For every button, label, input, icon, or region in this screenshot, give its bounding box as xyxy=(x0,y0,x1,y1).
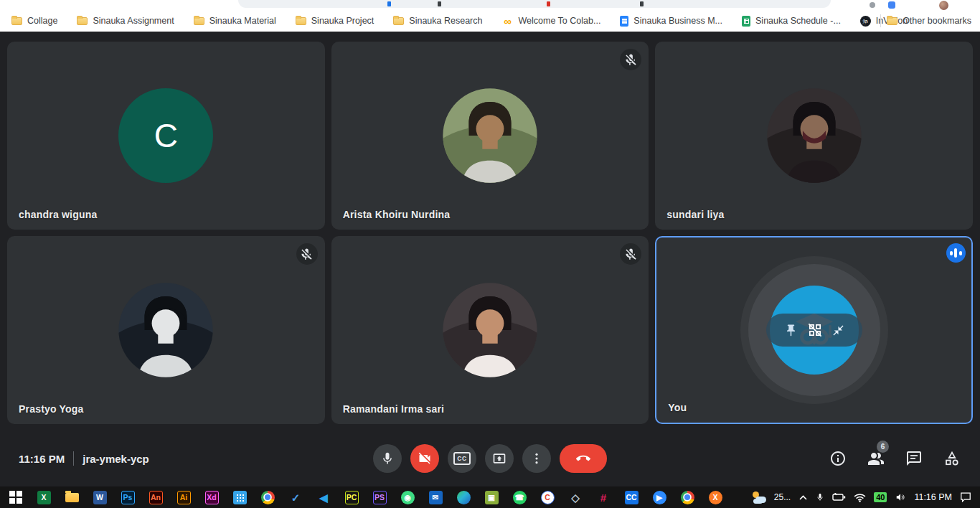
bookmark-label: Sinauka Project xyxy=(311,16,374,26)
bookmark-label: Sinauka Research xyxy=(409,16,482,26)
participant-tile-ramandani-irma-sari[interactable]: Ramandani Irma sari xyxy=(331,236,649,424)
extension-icon[interactable] xyxy=(870,2,875,8)
unpin-from-grid-button[interactable] xyxy=(807,322,823,338)
taskbar-ms-todo[interactable]: ✓ xyxy=(287,489,304,506)
taskbar-pycharm[interactable]: PC xyxy=(343,489,360,506)
bookmark-label: Sinauka Assignment xyxy=(93,16,174,26)
participant-tile-you[interactable]: You xyxy=(655,236,973,424)
bookmark-label: Sinauka Business M... xyxy=(633,16,722,26)
windows-taskbar: XWPsAnAiXd✓◀PCPS◉✉▣☎C◇#CC▶X 25... 40 11:… xyxy=(0,486,980,508)
weather-temp[interactable]: 25... xyxy=(774,492,791,502)
participant-tile-arista-khoiru-nurdina[interactable]: Arista Khoiru Nurdina xyxy=(331,42,649,230)
taskbar-animate[interactable]: An xyxy=(147,489,164,506)
taskbar-mail[interactable]: ✉ xyxy=(427,489,444,506)
mic-button[interactable] xyxy=(373,444,402,473)
tray-battery-plug-icon[interactable] xyxy=(832,493,846,502)
taskbar-photoshop[interactable]: Ps xyxy=(119,489,136,506)
bookmark-sinauka-material[interactable]: Sinauka Material xyxy=(194,16,276,26)
extension-icon[interactable] xyxy=(888,1,895,9)
taskbar-android-studio[interactable]: ▣ xyxy=(483,489,500,506)
folder-icon xyxy=(393,17,404,25)
phpstorm-icon: PS xyxy=(373,491,387,504)
minimize-tile-button[interactable] xyxy=(832,324,844,337)
browser-profile-avatar[interactable] xyxy=(939,1,948,10)
tray-mic-icon[interactable] xyxy=(816,492,824,502)
more-options-button[interactable] xyxy=(522,444,551,473)
vscode-icon: ◀ xyxy=(317,491,331,504)
taskbar-creative-cloud[interactable]: CC xyxy=(623,489,640,506)
bookmark-sinauka-schedule[interactable]: Sinauka Schedule -... xyxy=(742,16,841,27)
windows-start-icon xyxy=(9,491,22,504)
tray-speaker-icon[interactable] xyxy=(895,492,906,502)
android-studio-icon: ▣ xyxy=(485,491,499,504)
taskbar-clock[interactable]: 11:16 PM xyxy=(914,492,952,502)
chat-button[interactable] xyxy=(905,449,923,468)
taskbar-zoom[interactable]: ▶ xyxy=(651,489,668,506)
taskbar-whatsapp[interactable]: ☎ xyxy=(511,489,528,506)
bookmark-sinauka-business-m[interactable]: Sinauka Business M... xyxy=(620,16,722,27)
pycharm-icon: PC xyxy=(345,491,359,504)
taskbar-edge[interactable] xyxy=(455,489,472,506)
taskbar-adobe-xd[interactable]: Xd xyxy=(203,489,220,506)
taskbar-xampp[interactable]: X xyxy=(707,489,724,506)
tray-chevron-up-icon[interactable] xyxy=(798,494,808,501)
bookmark-collage[interactable]: Collage xyxy=(11,16,57,26)
participant-tile-chandra-wiguna[interactable]: Cchandra wiguna xyxy=(7,42,325,230)
more-vert-icon xyxy=(529,451,544,466)
speaking-ring xyxy=(748,264,880,396)
bookmarks-list: CollageSinauka AssignmentSinauka Materia… xyxy=(11,15,854,27)
folder-icon xyxy=(11,17,22,25)
hangup-button[interactable] xyxy=(560,444,607,473)
taskbar-chrome-tray[interactable] xyxy=(679,489,696,506)
minimize-icon xyxy=(832,324,844,337)
omnibox-fragment xyxy=(640,1,644,6)
bookmark-sinauka-research[interactable]: Sinauka Research xyxy=(393,16,482,26)
taskbar-word[interactable]: W xyxy=(91,489,108,506)
taskbar-android-emulator[interactable]: ◉ xyxy=(399,489,416,506)
participant-tile-sundari-liya[interactable]: sundari liya xyxy=(655,42,973,230)
bookmarks-overflow-chevron[interactable]: » xyxy=(854,15,875,27)
bookmark-sinauka-project[interactable]: Sinauka Project xyxy=(296,16,374,26)
pin-tile-button[interactable] xyxy=(784,324,798,337)
videocam-off-icon xyxy=(418,451,432,466)
taskbar-apps: XWPsAnAiXd✓◀PCPS◉✉▣☎C◇#CC▶X xyxy=(6,489,751,506)
captions-button[interactable]: CC xyxy=(448,444,476,473)
battery-percent-badge[interactable]: 40 xyxy=(874,492,887,502)
tray-wifi-icon[interactable] xyxy=(854,493,866,502)
present-button[interactable] xyxy=(485,444,514,473)
activities-button[interactable] xyxy=(943,449,961,468)
slack-icon: # xyxy=(597,491,611,504)
people-button[interactable]: 6 xyxy=(867,449,885,468)
bookmarks-divider xyxy=(880,14,881,27)
participant-name: You xyxy=(668,402,687,413)
chat-icon xyxy=(905,450,923,467)
info-icon xyxy=(829,450,847,467)
meeting-details-button[interactable] xyxy=(829,449,847,468)
camera-button[interactable] xyxy=(410,444,439,473)
participant-tile-prastyo-yoga[interactable]: Prastyo Yoga xyxy=(7,236,325,424)
avatar-photo xyxy=(766,88,862,184)
call-controls: CC xyxy=(373,444,607,473)
taskbar-coreldraw[interactable]: C xyxy=(539,489,556,506)
profile-photo xyxy=(766,88,862,184)
participant-name: Ramandani Irma sari xyxy=(343,403,445,415)
taskbar-start[interactable] xyxy=(7,489,24,506)
taskbar-slack[interactable]: # xyxy=(595,489,612,506)
taskbar-illustrator[interactable]: Ai xyxy=(175,489,192,506)
taskbar-calendar[interactable] xyxy=(231,489,248,506)
other-bookmarks-button[interactable]: Other bookmarks xyxy=(887,16,971,26)
bookmark-sinauka-assignment[interactable]: Sinauka Assignment xyxy=(77,16,174,26)
taskbar-chrome[interactable] xyxy=(259,489,276,506)
weather-icon[interactable] xyxy=(751,491,766,503)
mic-icon xyxy=(380,451,395,466)
bookmark-welcome-to-colab[interactable]: ∞Welcome To Colab... xyxy=(501,15,600,27)
folder-icon xyxy=(296,17,306,25)
taskbar-phpstorm[interactable]: PS xyxy=(371,489,388,506)
action-center-icon[interactable] xyxy=(960,492,971,502)
taskbar-excel[interactable]: X xyxy=(35,489,52,506)
taskbar-cube-app[interactable]: ◇ xyxy=(567,489,584,506)
taskbar-vscode[interactable]: ◀ xyxy=(315,489,332,506)
taskbar-file-explorer[interactable] xyxy=(63,489,80,506)
photoshop-icon: Ps xyxy=(121,491,135,504)
mic-off-icon xyxy=(624,248,638,261)
